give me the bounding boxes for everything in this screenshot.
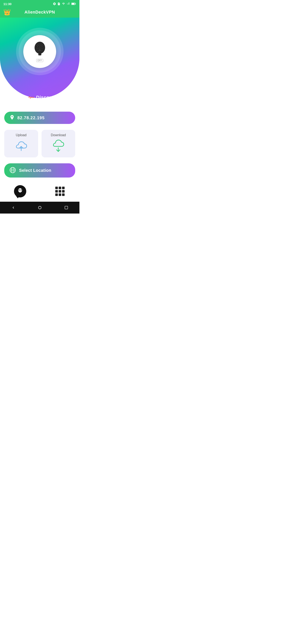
app-title: AlienDeckVPN [4,10,76,14]
signal-icon [67,2,70,5]
power-off-label: OFF [36,59,44,62]
app-bar: 👑 AlienDeckVPN [0,8,80,18]
grid-cell [62,194,64,196]
status-icons [53,2,76,6]
grid-cell [59,190,61,192]
svg-point-17 [20,190,22,190]
crown-icon[interactable]: 👑 [4,9,11,16]
status-label: Status [12,95,26,100]
battery-icon [72,2,76,5]
android-nav-bar [0,202,80,214]
android-back-button[interactable] [10,204,17,211]
wifi-icon [62,2,66,5]
svg-rect-2 [76,4,76,4]
grid-cell [55,187,58,189]
download-icon [52,140,65,154]
status-time: 11:30 [4,2,12,6]
svg-rect-20 [65,206,68,209]
grid-cell [62,187,64,189]
globe-icon [9,167,16,174]
select-location-label: Select Location [19,168,51,173]
svg-rect-1 [72,3,74,5]
upload-icon [14,140,28,154]
svg-point-16 [19,190,20,190]
bottom-nav [0,182,80,200]
location-pin-icon [9,114,15,121]
select-location-button[interactable]: Select Location [4,163,75,178]
status-state: Disconnected [36,95,68,100]
status-wave-icon [28,96,34,99]
settings-icon [53,2,56,6]
sim-icon [58,2,60,6]
upload-card: Upload [4,130,38,158]
ip-address-bar[interactable]: 82.78.22.195 [4,112,75,124]
grid-cell [62,190,64,192]
svg-point-18 [20,191,20,191]
grid-cell [59,187,61,189]
grid-cell [59,194,61,196]
vpn-power-button[interactable]: OFF [19,30,61,73]
download-label: Download [51,133,66,137]
android-home-button[interactable] [36,204,43,211]
nav-item-grid[interactable] [54,186,66,197]
upload-label: Upload [16,133,26,137]
hero-section: OFF Status Disconnected [0,18,80,106]
svg-point-19 [38,206,41,209]
grid-cell [55,190,58,192]
svg-point-8 [39,49,40,50]
status-bar: 11:30 [0,0,80,8]
vpn-circle-inner: OFF [23,35,56,68]
alien-face-icon [31,41,48,58]
android-recent-button[interactable] [63,204,70,211]
grid-cell [55,194,58,196]
nav-item-alien-chat[interactable] [14,185,26,198]
grid-menu-icon [54,186,66,197]
ip-address-text: 82.78.22.195 [17,116,45,120]
download-card: Download [42,130,76,158]
alien-chat-bubble-icon [14,185,26,198]
svg-rect-9 [38,53,41,55]
svg-point-15 [18,188,22,192]
speed-cards: Upload Download [4,130,75,158]
vpn-circle-outer: OFF [19,30,61,73]
status-text: Status Disconnected [12,95,68,100]
svg-point-5 [36,46,38,48]
svg-point-7 [41,46,43,48]
